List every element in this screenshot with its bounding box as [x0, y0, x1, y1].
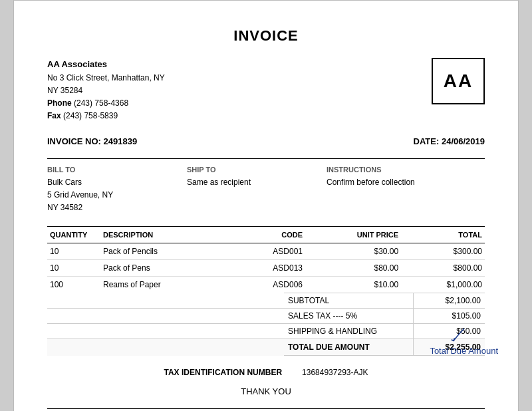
table-row: 100 Reams of Paper ASD006 $10.00 $1,000.…	[47, 277, 485, 293]
total-row: TOTAL DUE AMOUNT $2,255.00	[47, 339, 485, 356]
ship-to-column: SHIP TO Same as recipient	[187, 166, 320, 215]
tax-id-row: TAX IDENTIFICATION NUMBER 13684937293-AJ…	[47, 368, 485, 377]
tax-row: SALES TAX ---- 5% $105.00	[47, 309, 485, 324]
cell-desc: Pack of Pens	[100, 260, 233, 277]
table-header-row: QUANTITY DESCRIPTION CODE UNIT PRICE TOT…	[47, 227, 485, 243]
billing-section: BILL TO Bulk Cars 5 Grid Avenue, NY NY 3…	[47, 166, 485, 215]
cell-total: $1,000.00	[401, 277, 485, 293]
annotation-area: Total Due Amount	[430, 344, 498, 356]
invoice-header: AA Associates No 3 Click Street, Manhatt…	[47, 58, 485, 123]
cell-total: $800.00	[401, 260, 485, 277]
table-row: 10 Pack of Pens ASD013 $80.00 $800.00	[47, 260, 485, 277]
col-header-total: TOTAL	[401, 227, 485, 243]
ship-to-value: Same as recipient	[187, 176, 320, 189]
cell-unit-price: $80.00	[305, 260, 401, 277]
summary-table: SUBTOTAL $2,100.00 SALES TAX ---- 5% $10…	[47, 293, 485, 356]
tax-value: $105.00	[413, 309, 485, 324]
annotation-label: Total Due Amount	[430, 346, 498, 356]
cell-code: ASD006	[233, 277, 305, 293]
line-items-table: QUANTITY DESCRIPTION CODE UNIT PRICE TOT…	[47, 226, 485, 293]
invoice-meta: INVOICE NO: 2491839 DATE: 24/06/2019	[47, 136, 485, 146]
tax-label: SALES TAX ---- 5%	[284, 309, 413, 324]
cell-qty: 10	[47, 243, 100, 260]
cell-qty: 100	[47, 277, 100, 293]
company-name: AA Associates	[47, 58, 165, 72]
cell-total: $300.00	[401, 243, 485, 260]
table-row: 10 Pack of Pencils ASD001 $30.00 $300.00	[47, 243, 485, 260]
col-header-qty: QUANTITY	[47, 227, 100, 243]
invoice-title: INVOICE	[47, 27, 485, 45]
company-fax: Fax (243) 758-5839	[47, 110, 165, 122]
cell-code: ASD013	[233, 260, 305, 277]
invoice-date: DATE: 24/06/2019	[414, 136, 485, 146]
company-address2: NY 35284	[47, 84, 165, 97]
col-header-code: CODE	[233, 227, 305, 243]
shipping-row: SHIPPING & HANDLING $50.00	[47, 324, 485, 339]
subtotal-label: SUBTOTAL	[284, 293, 413, 309]
subtotal-value: $2,100.00	[413, 293, 485, 309]
thank-you: THANK YOU	[47, 386, 485, 396]
shipping-label: SHIPPING & HANDLING	[284, 324, 413, 339]
tax-id-label: TAX IDENTIFICATION NUMBER	[164, 368, 283, 377]
col-header-unit: UNIT PRICE	[305, 227, 401, 243]
bill-to-column: BILL TO Bulk Cars 5 Grid Avenue, NY NY 3…	[47, 166, 180, 215]
company-info: AA Associates No 3 Click Street, Manhatt…	[47, 58, 165, 123]
instructions-label: INSTRUCTIONS	[327, 166, 485, 174]
ship-to-label: SHIP TO	[187, 166, 320, 174]
invoice-number: INVOICE NO: 2491839	[47, 136, 137, 146]
invoice-page: INVOICE AA Associates No 3 Click Street,…	[13, 0, 519, 411]
company-logo: AA	[432, 58, 485, 104]
tax-id-value: 13684937293-AJK	[302, 368, 368, 377]
subtotal-row: SUBTOTAL $2,100.00	[47, 293, 485, 309]
cell-code: ASD001	[233, 243, 305, 260]
footer-divider	[47, 408, 485, 409]
instructions-value: Confirm before collection	[327, 176, 485, 189]
col-header-desc: DESCRIPTION	[100, 227, 233, 243]
cell-desc: Reams of Paper	[100, 277, 233, 293]
divider-1	[47, 158, 485, 159]
annotation-arrow-icon	[443, 326, 469, 344]
company-address1: No 3 Click Street, Manhattan, NY	[47, 72, 165, 84]
bill-to-label: BILL TO	[47, 166, 180, 174]
cell-qty: 10	[47, 260, 100, 277]
cell-unit-price: $30.00	[305, 243, 401, 260]
bill-to-name: Bulk Cars 5 Grid Avenue, NY NY 34582	[47, 176, 180, 215]
cell-desc: Pack of Pencils	[100, 243, 233, 260]
total-label: TOTAL DUE AMOUNT	[284, 339, 413, 356]
instructions-column: INSTRUCTIONS Confirm before collection	[327, 166, 485, 215]
company-phone: Phone (243) 758-4368	[47, 97, 165, 110]
cell-unit-price: $10.00	[305, 277, 401, 293]
